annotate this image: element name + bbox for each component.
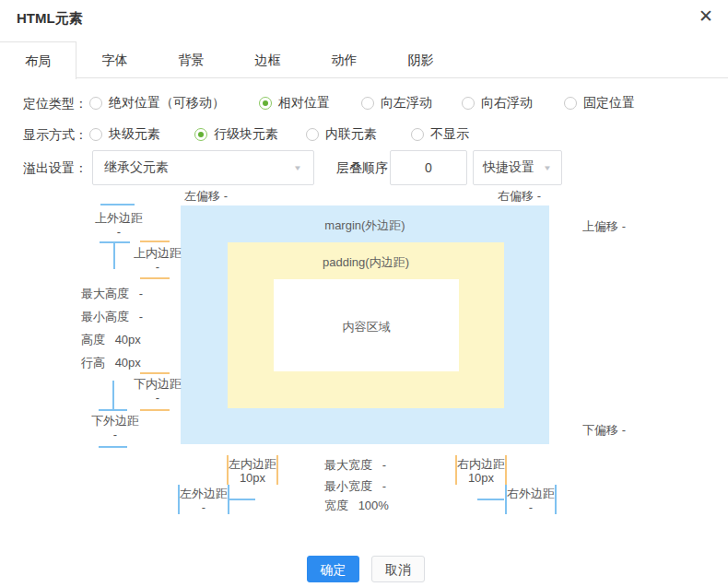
radio-icon (194, 128, 207, 141)
tab-layout[interactable]: 布局 (0, 41, 76, 79)
html-element-dialog: HTML元素 ✕ 布局 字体 背景 边框 动作 阴影 定位类型： 绝对位置（可移… (0, 0, 728, 587)
padding-label: padding(内边距) (228, 254, 504, 271)
tab-bar: 布局 字体 背景 边框 动作 阴影 (0, 41, 728, 78)
overflow-select[interactable]: 继承父元素 ▼ (92, 150, 314, 185)
tab-font[interactable]: 字体 (76, 41, 153, 78)
radio-label: 向左浮动 (381, 95, 432, 112)
content-label: 内容区域 (274, 319, 459, 335)
radio-float-left[interactable]: 向左浮动 (361, 95, 432, 112)
measure-line (229, 499, 255, 500)
dialog-header: HTML元素 ✕ (0, 0, 728, 41)
measure-line (140, 277, 170, 279)
radio-icon (259, 97, 272, 110)
radio-label: 绝对位置（可移动） (109, 95, 225, 112)
content-box: 内容区域 (274, 279, 459, 371)
chevron-down-icon: ▼ (543, 164, 552, 172)
padding-top-label: 上内边距 - (127, 246, 188, 274)
padding-right-label: 右内边距 10px (456, 457, 506, 485)
measure-line (112, 381, 114, 409)
measure-line (477, 499, 504, 500)
radio-float-right[interactable]: 向右浮动 (462, 95, 533, 112)
close-icon[interactable]: ✕ (699, 7, 713, 25)
offset-top-label: 上偏移 - (582, 218, 626, 235)
padding-left-label: 左内边距 10px (228, 457, 277, 485)
positioning-type-label: 定位类型： (23, 96, 88, 112)
radio-label: 内联元素 (325, 126, 377, 143)
cancel-button[interactable]: 取消 (371, 556, 425, 582)
tab-background[interactable]: 背景 (153, 41, 229, 78)
chevron-down-icon: ▼ (293, 164, 302, 172)
overflow-select-value: 继承父元素 (104, 159, 169, 176)
margin-label: margin(外边距) (181, 217, 549, 234)
ok-button[interactable]: 确定 (307, 556, 359, 582)
radio-label: 相对位置 (278, 95, 330, 112)
radio-icon (411, 128, 424, 141)
min-width-row: 最小宽度 - (324, 478, 386, 495)
radio-fixed-position[interactable]: 固定位置 (564, 95, 635, 112)
radio-icon (89, 97, 102, 110)
radio-label: 行级块元素 (214, 126, 278, 143)
radio-absolute-position[interactable]: 绝对位置（可移动） (89, 95, 225, 112)
margin-bottom-label: 下外边距 - (85, 414, 146, 441)
margin-top-label: 上外边距 - (88, 211, 149, 239)
radio-icon (306, 128, 319, 141)
radio-label: 不显示 (430, 126, 469, 143)
radio-icon (89, 128, 102, 141)
margin-left-label: 左外边距 - (179, 487, 229, 514)
min-height-row: 最小高度 - (81, 309, 143, 325)
quick-set-label: 快捷设置 (483, 159, 534, 176)
radio-block-element[interactable]: 块级元素 (89, 126, 160, 143)
height-row: 高度 40px (81, 332, 141, 348)
display-mode-label: 显示方式： (23, 127, 88, 144)
offset-left-label: 左偏移 - (184, 188, 228, 205)
radio-icon (361, 97, 374, 110)
line-height-row: 行高 40px (81, 355, 141, 371)
radio-label: 向右浮动 (481, 95, 533, 112)
tab-action[interactable]: 动作 (306, 41, 382, 78)
radio-icon (462, 97, 475, 110)
measure-line (140, 372, 170, 374)
radio-inline-block-element[interactable]: 行级块元素 (194, 126, 278, 143)
max-width-row: 最大宽度 - (324, 457, 386, 474)
measure-line (140, 409, 170, 411)
margin-right-label: 右外边距 - (506, 487, 556, 514)
overflow-setting-label: 溢出设置： (23, 160, 88, 177)
measure-line (99, 409, 127, 411)
max-height-row: 最大高度 - (81, 286, 143, 302)
radio-label: 固定位置 (583, 95, 635, 112)
radio-display-none[interactable]: 不显示 (411, 126, 469, 143)
tab-border[interactable]: 边框 (229, 41, 306, 78)
offset-right-label: 右偏移 - (498, 188, 541, 205)
measure-line (113, 241, 115, 269)
width-row: 宽度 100% (324, 498, 389, 514)
radio-icon (564, 97, 577, 110)
z-index-label: 层叠顺序 (336, 160, 388, 177)
measure-line (140, 241, 170, 242)
offset-bottom-label: 下偏移 - (582, 422, 626, 439)
radio-inline-element[interactable]: 内联元素 (306, 126, 377, 143)
measure-line (99, 446, 127, 448)
tab-shadow[interactable]: 阴影 (382, 41, 459, 78)
radio-relative-position[interactable]: 相对位置 (259, 95, 330, 112)
padding-bottom-label: 下内边距 - (127, 377, 188, 405)
radio-label: 块级元素 (109, 126, 160, 143)
measure-line (100, 204, 135, 205)
z-index-input[interactable] (390, 150, 467, 185)
dialog-title: HTML元素 (17, 10, 83, 28)
quick-set-dropdown[interactable]: 快捷设置 ▼ (473, 150, 562, 185)
